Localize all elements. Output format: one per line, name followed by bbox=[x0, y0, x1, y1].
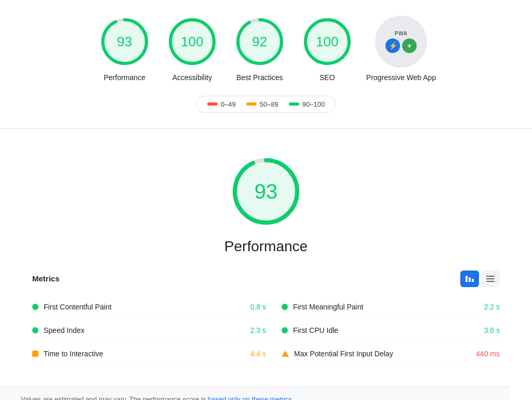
metric-row-fci: First CPU Idle 3.6 s bbox=[266, 319, 500, 342]
legend-label-orange: 50–89 bbox=[260, 100, 278, 108]
score-value-performance: 93 bbox=[117, 34, 132, 50]
metric-name-tti: Time to Interactive bbox=[44, 350, 245, 358]
score-cards: 93 Performance 100 Accessibility bbox=[96, 16, 436, 83]
footnote-text: Values are estimated and may vary. The p… bbox=[21, 395, 208, 400]
score-card-best-practices[interactable]: 92 Best Practices bbox=[231, 16, 288, 83]
metric-row-fmp: First Meaningful Paint 2.2 s bbox=[266, 295, 500, 319]
gauge-seo: 100 bbox=[301, 16, 353, 68]
score-label-seo: SEO bbox=[320, 73, 335, 83]
toggle-list-button[interactable] bbox=[481, 270, 500, 287]
score-card-accessibility[interactable]: 100 Accessibility bbox=[164, 16, 221, 83]
list-icon bbox=[486, 276, 495, 282]
main-score-value: 93 bbox=[255, 179, 278, 203]
view-toggle bbox=[460, 270, 500, 287]
metric-row-si: Speed Index 2.3 s bbox=[32, 319, 266, 342]
top-section: 93 Performance 100 Accessibility bbox=[0, 0, 532, 123]
pwa-icon-lightning: ⚡ bbox=[385, 38, 400, 53]
metric-name-fci: First CPU Idle bbox=[293, 326, 479, 334]
legend-dot-red bbox=[207, 102, 218, 106]
metrics-grid: First Contentful Paint 0.8 s First Meani… bbox=[32, 295, 500, 366]
score-label-pwa: Progressive Web App bbox=[366, 73, 436, 83]
legend-label-red: 0–49 bbox=[221, 100, 236, 108]
metric-indicator-fcp bbox=[32, 304, 38, 310]
metric-row-tti: Time to Interactive 4.4 s bbox=[32, 342, 266, 366]
metric-value-fcp: 0.8 s bbox=[250, 303, 266, 311]
metric-name-mpfid: Max Potential First Input Delay bbox=[294, 350, 471, 358]
legend-item-red: 0–49 bbox=[207, 100, 236, 108]
metric-name-si: Speed Index bbox=[44, 326, 245, 334]
score-card-seo[interactable]: 100 SEO bbox=[299, 16, 356, 83]
main-score-title: Performance bbox=[224, 238, 308, 255]
metric-indicator-fci bbox=[282, 327, 288, 333]
metric-name-fcp: First Contentful Paint bbox=[44, 303, 245, 311]
metric-indicator-mpfid bbox=[282, 351, 289, 357]
legend-dot-orange bbox=[246, 102, 257, 106]
score-value-seo: 100 bbox=[316, 34, 338, 50]
svg-rect-20 bbox=[486, 281, 495, 282]
metric-value-fmp: 2.2 s bbox=[484, 303, 500, 311]
main-score-section: 93 Performance Metrics bbox=[0, 134, 532, 381]
pwa-icons: ⚡ + bbox=[385, 38, 417, 53]
metric-name-fmp: First Meaningful Paint bbox=[293, 303, 479, 311]
metric-row-fcp: First Contentful Paint 0.8 s bbox=[32, 295, 266, 319]
metric-value-fci: 3.6 s bbox=[484, 326, 500, 334]
legend-dot-green bbox=[289, 102, 299, 106]
metric-indicator-tti bbox=[32, 351, 38, 357]
score-label-accessibility: Accessibility bbox=[172, 73, 212, 83]
footnote-link[interactable]: based only on these metrics bbox=[208, 395, 292, 400]
gauge-best-practices: 92 bbox=[234, 16, 286, 68]
legend-label-green: 90–100 bbox=[302, 100, 325, 108]
metric-indicator-si bbox=[32, 327, 38, 333]
svg-rect-19 bbox=[486, 278, 495, 279]
metrics-header: Metrics bbox=[32, 270, 500, 287]
metrics-section: Metrics bbox=[11, 270, 521, 366]
svg-rect-16 bbox=[469, 277, 471, 282]
gauge-accessibility: 100 bbox=[166, 16, 218, 68]
metric-row-mpfid: Max Potential First Input Delay 440 ms bbox=[266, 342, 500, 366]
svg-rect-18 bbox=[486, 276, 495, 277]
chart-icon bbox=[466, 276, 474, 282]
svg-rect-15 bbox=[466, 276, 468, 282]
pwa-badge: PWA ⚡ + bbox=[375, 16, 427, 68]
footnote: Values are estimated and may vary. The p… bbox=[0, 386, 509, 400]
footnote-text-end: . bbox=[292, 395, 294, 400]
toggle-chart-button[interactable] bbox=[460, 270, 479, 287]
score-label-best-practices: Best Practices bbox=[236, 73, 283, 83]
main-gauge: 93 bbox=[230, 155, 302, 228]
legend: 0–49 50–89 90–100 bbox=[196, 96, 336, 113]
svg-rect-17 bbox=[472, 279, 474, 282]
score-value-accessibility: 100 bbox=[181, 34, 203, 50]
score-card-performance[interactable]: 93 Performance bbox=[96, 16, 153, 83]
pwa-badge-label: PWA bbox=[395, 31, 407, 36]
score-card-pwa[interactable]: PWA ⚡ + Progressive Web App bbox=[366, 16, 436, 83]
metric-value-tti: 4.4 s bbox=[250, 350, 266, 358]
metric-value-si: 2.3 s bbox=[250, 326, 266, 334]
metric-value-mpfid: 440 ms bbox=[476, 350, 500, 358]
pwa-icon-plus: + bbox=[402, 38, 417, 53]
score-value-best-practices: 92 bbox=[252, 34, 267, 50]
legend-item-orange: 50–89 bbox=[246, 100, 278, 108]
metric-indicator-fmp bbox=[282, 304, 288, 310]
metrics-title: Metrics bbox=[32, 274, 60, 283]
score-label-performance: Performance bbox=[104, 73, 145, 83]
gauge-performance: 93 bbox=[99, 16, 151, 68]
legend-item-green: 90–100 bbox=[289, 100, 325, 108]
section-divider bbox=[0, 128, 532, 129]
